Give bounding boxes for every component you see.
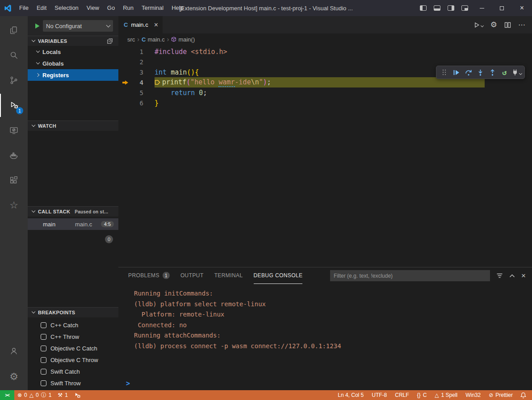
continue-button[interactable] xyxy=(451,67,462,78)
collapse-all-icon[interactable] xyxy=(107,38,113,44)
toolbar-grip-icon[interactable] xyxy=(439,67,450,78)
breakpoints-header[interactable]: BREAKPOINTS xyxy=(28,308,118,317)
status-label: Win32 xyxy=(465,392,481,398)
variables-scope-locals[interactable]: Locals xyxy=(28,46,118,58)
restart-button[interactable]: ↺ xyxy=(499,67,510,78)
menu-go[interactable]: Go xyxy=(103,0,119,16)
breakpoint-c-throw[interactable]: C++ Throw xyxy=(28,331,118,342)
debug-status-icon[interactable] xyxy=(71,390,84,400)
minimize-button[interactable] xyxy=(472,0,492,16)
variables-scope-registers[interactable]: Registers xyxy=(28,69,118,81)
panel-tab-debug-console[interactable]: DEBUG CONSOLE xyxy=(254,267,303,284)
debug-console-input[interactable]: > xyxy=(118,377,532,390)
panel-tab-label: DEBUG CONSOLE xyxy=(254,272,303,279)
menu-terminal[interactable]: Terminal xyxy=(138,0,168,16)
menu-file[interactable]: File xyxy=(15,0,33,16)
activity-source-control[interactable] xyxy=(0,69,28,92)
notifications-bell-icon[interactable] xyxy=(517,390,532,400)
activity-run-and-debug[interactable]: 1 xyxy=(0,94,28,117)
call-stack-header[interactable]: CALL STACK Paused on st... xyxy=(28,207,118,217)
close-panel-icon[interactable]: × xyxy=(521,271,526,280)
watch-header[interactable]: WATCH xyxy=(28,121,118,131)
code-line-1[interactable]: 1#include <stdio.h> xyxy=(118,46,532,57)
breadcrumb-item-mainc[interactable]: Cmain.c xyxy=(142,36,165,43)
problems-status[interactable]: ⊗0 △0 ⓘ1 xyxy=(14,390,54,400)
code-editor[interactable]: ↺ 1#include <stdio.h>23int main(){4print… xyxy=(118,45,532,267)
status-platform[interactable]: Win32 xyxy=(461,390,485,400)
run-or-debug-button[interactable] xyxy=(474,22,483,28)
start-debugging-icon[interactable] xyxy=(34,23,40,29)
menu-edit[interactable]: Edit xyxy=(33,0,50,16)
settings-gear-icon[interactable]: ⚙ xyxy=(490,21,497,29)
step-into-button[interactable] xyxy=(475,67,486,78)
disconnect-button[interactable] xyxy=(511,67,522,78)
breadcrumb-item-main[interactable]: main() xyxy=(171,36,195,43)
inline-breakpoint-icon[interactable] xyxy=(155,79,160,87)
maximize-panel-icon[interactable] xyxy=(509,274,515,278)
breakpoint-swift-catch[interactable]: Swift Catch xyxy=(28,366,118,377)
status-spell-checker[interactable]: △1 Spell xyxy=(431,390,461,400)
customize-layout-icon[interactable] xyxy=(461,5,468,11)
status-eol[interactable]: CRLF xyxy=(391,390,413,400)
panel-tab-terminal[interactable]: TERMINAL xyxy=(214,267,243,284)
tool-status[interactable]: ⚒1 xyxy=(54,390,71,400)
status-language-mode[interactable]: {}C xyxy=(413,390,431,400)
menu-view[interactable]: View xyxy=(83,0,103,16)
filter-lines-icon[interactable] xyxy=(496,273,503,279)
breadcrumb-item-src[interactable]: src xyxy=(127,36,135,43)
chevron-right-icon xyxy=(36,72,41,78)
activity-remote-explorer[interactable] xyxy=(0,119,28,142)
menu-selection[interactable]: Selection xyxy=(50,0,82,16)
breakpoint-swift-throw[interactable]: Swift Throw xyxy=(28,377,118,389)
toggle-panel-icon[interactable] xyxy=(434,5,440,11)
activity-favorites[interactable]: ☆ xyxy=(0,194,28,217)
remote-indicator[interactable]: >< xyxy=(0,390,14,400)
variables-scope-globals[interactable]: Globals xyxy=(28,58,118,69)
debug-console-output[interactable]: Running initCommands:(lldb) platform sel… xyxy=(118,284,532,377)
activity-accounts[interactable] xyxy=(0,339,28,362)
breadcrumb-separator: › xyxy=(137,36,140,43)
more-actions-icon[interactable]: ⋯ xyxy=(518,21,526,29)
split-editor-icon[interactable] xyxy=(504,22,511,28)
variables-header[interactable]: VARIABLES xyxy=(28,36,118,46)
step-over-button[interactable] xyxy=(463,67,474,78)
titlebar: FileEditSelectionViewGoRunTerminalHelp [… xyxy=(0,0,532,16)
activity-docker[interactable] xyxy=(0,144,28,167)
breakpoint-checkbox[interactable] xyxy=(41,380,46,386)
breakpoint-c-catch[interactable]: C++ Catch xyxy=(28,319,118,331)
breakpoint-checkbox[interactable] xyxy=(41,322,46,328)
code-line-6[interactable]: 6} xyxy=(118,98,532,108)
close-tab-icon[interactable]: × xyxy=(154,21,158,29)
status-encoding[interactable]: UTF-8 xyxy=(368,390,391,400)
menu-run[interactable]: Run xyxy=(119,0,138,16)
tab-label: main.c xyxy=(131,21,148,28)
toggle-secondary-sidebar-icon[interactable] xyxy=(448,5,454,11)
editor-tab-bar: C main.c × ⚙ ⋯ xyxy=(118,16,532,33)
tab-main.c[interactable]: C main.c × xyxy=(118,16,163,33)
activity-extensions[interactable] xyxy=(0,169,28,192)
breakpoint-checkbox[interactable] xyxy=(41,346,46,351)
breakpoint-checkbox[interactable] xyxy=(41,369,46,375)
chevron-down-icon xyxy=(106,23,111,27)
breakpoint-checkbox[interactable] xyxy=(41,357,46,363)
status-prettier[interactable]: ⊘Prettier xyxy=(485,390,517,400)
console-filter-input[interactable] xyxy=(330,270,490,281)
variables-title: VARIABLES xyxy=(38,38,67,44)
breakpoint-checkbox[interactable] xyxy=(41,334,46,340)
close-button[interactable]: × xyxy=(512,0,532,16)
stack-frame[interactable]: main main.c 4:5 xyxy=(28,218,118,230)
maximize-button[interactable] xyxy=(492,0,512,16)
step-out-button[interactable] xyxy=(487,67,498,78)
breakpoint-objective-c-catch[interactable]: Objective C Catch xyxy=(28,342,118,354)
activity-settings[interactable]: ⚙ xyxy=(0,365,28,388)
panel-tab-output[interactable]: OUTPUT xyxy=(180,267,204,284)
panel-tab-problems[interactable]: PROBLEMS1 xyxy=(128,267,170,284)
status-cursor-position[interactable]: Ln 4, Col 5 xyxy=(334,390,368,400)
toggle-primary-sidebar-icon[interactable] xyxy=(420,5,427,11)
activity-search[interactable] xyxy=(0,44,28,67)
code-line-5[interactable]: 5 return 0; xyxy=(118,88,532,98)
breakpoint-objective-c-throw[interactable]: Objective C Throw xyxy=(28,354,118,366)
launch-configuration-dropdown[interactable]: No Configurat xyxy=(43,20,113,32)
chevron-down-icon xyxy=(481,24,484,27)
activity-explorer[interactable] xyxy=(0,19,28,42)
